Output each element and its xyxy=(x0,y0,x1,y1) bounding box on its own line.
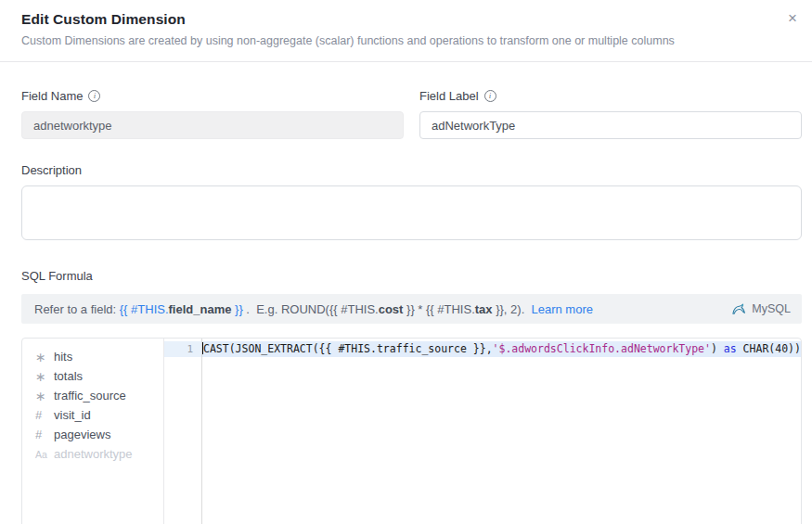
description-label: Description xyxy=(21,163,82,177)
info-icon[interactable]: i xyxy=(88,90,100,102)
code-area[interactable]: CAST(JSON_EXTRACT({{ #THIS.traffic_sourc… xyxy=(202,339,801,524)
text-type-icon: Aa xyxy=(35,449,54,460)
field-name-label: Field Name xyxy=(21,89,83,103)
field-label-input[interactable] xyxy=(419,111,802,139)
field-label-label: Field Label xyxy=(419,89,479,103)
close-icon[interactable]: × xyxy=(782,9,803,30)
hint-refer-prefix: Refer to a field: xyxy=(34,302,120,316)
hint-example: . E.g. ROUND({{ #THIS. xyxy=(243,302,379,316)
line-number: 1 xyxy=(164,341,201,357)
dialog-title: Edit Custom Dimension xyxy=(21,11,791,28)
record-type-icon: ∗ xyxy=(35,350,54,364)
field-list-item-hits[interactable]: ∗ hits xyxy=(22,347,163,366)
dialog-header: Edit Custom Dimension Custom Dimensions … xyxy=(0,0,812,47)
hint-field-token: {{ #THIS.field_name }} xyxy=(120,302,243,316)
dialog-body: Field Name i Field Label i Description S… xyxy=(21,89,802,524)
record-type-icon: ∗ xyxy=(35,389,54,403)
header-divider xyxy=(0,61,812,62)
sql-editor: ∗ hits ∗ totals ∗ traffic_source # visit… xyxy=(21,338,802,524)
info-icon[interactable]: i xyxy=(484,90,496,102)
field-list-item-visit-id[interactable]: # visit_id xyxy=(22,405,163,425)
sql-engine-label: MySQL xyxy=(752,302,791,315)
mysql-dolphin-icon xyxy=(731,302,746,316)
record-type-icon: ∗ xyxy=(35,369,54,384)
dialog-subtitle: Custom Dimensions are created by using n… xyxy=(21,34,791,47)
code-line-1[interactable]: CAST(JSON_EXTRACT({{ #THIS.traffic_sourc… xyxy=(202,341,801,357)
sql-engine-badge: MySQL xyxy=(731,302,791,316)
field-list-item-pageviews[interactable]: # pageviews xyxy=(22,425,163,444)
formula-hint-text: Refer to a field: {{ #THIS.field_name }}… xyxy=(34,302,593,316)
field-list: ∗ hits ∗ totals ∗ traffic_source # visit… xyxy=(22,339,164,524)
formula-hint-bar: Refer to a field: {{ #THIS.field_name }}… xyxy=(21,294,802,324)
number-type-icon: # xyxy=(35,428,54,441)
description-textarea[interactable] xyxy=(21,185,802,240)
editor-gutter: 1 xyxy=(164,339,202,524)
sql-formula-label: SQL Formula xyxy=(21,269,802,283)
field-name-input xyxy=(21,111,404,139)
field-list-item-traffic-source[interactable]: ∗ traffic_source xyxy=(22,386,163,405)
number-type-icon: # xyxy=(35,408,54,422)
field-list-item-totals[interactable]: ∗ totals xyxy=(22,366,163,386)
field-list-item-adnetworktype: Aa adnetworktype xyxy=(22,444,163,464)
learn-more-link[interactable]: Learn more xyxy=(531,302,592,316)
